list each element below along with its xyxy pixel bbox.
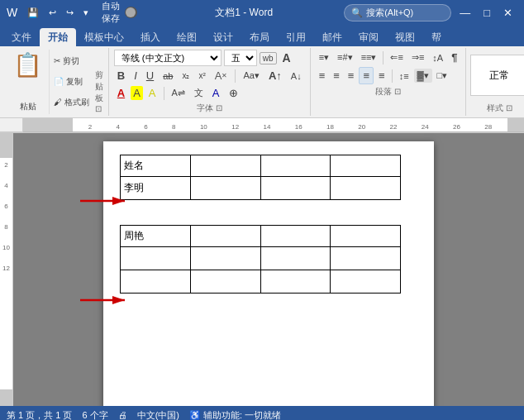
undo-btn[interactable]: ↩ [45,6,60,20]
maximize-btn[interactable]: □ [479,7,495,19]
font-row3: A A A A⇌ 文 A ⊕ [114,85,305,101]
table1: 姓名 李明 [120,155,401,200]
paste-button[interactable]: 📋 [10,51,45,79]
ruler-content: 246810121416182022242628 [23,118,524,131]
more-btn[interactable]: ▾ [80,6,92,20]
app-icon: W [7,6,17,19]
tab-help[interactable]: 帮 [423,28,450,46]
numbered-list-btn[interactable]: ≡#▾ [334,50,356,64]
font-color-btn[interactable]: A [114,85,128,101]
divider4 [392,69,393,83]
tab-view[interactable]: 视图 [387,28,423,46]
normal-style: 正常 [489,69,509,83]
cut-button[interactable]: ✂ 剪切 [51,55,92,68]
new-btn[interactable]: 💾 [24,6,42,20]
align-right-btn[interactable]: ≡ [345,68,358,84]
tab-mailings[interactable]: 邮件 [314,28,350,46]
accessibility: ♿ 辅助功能: 一切就绪 [189,409,281,421]
format-clear-btn[interactable]: A✕ [212,68,231,84]
paste-label: 粘贴 [20,101,36,112]
title-bar-right: 🔍 搜索(Alt+Q) — □ ✕ [344,4,517,21]
vruler-active: 24681012 [0,158,12,389]
shading-btn[interactable]: A [145,85,160,101]
strikethrough-button[interactable]: ab [160,69,176,83]
styles-group: 正常 样式 ⊡ [466,48,524,116]
tab-references[interactable]: 引用 [278,28,314,46]
table-spacer [120,213,417,225]
ruler-inactive-right [507,118,524,131]
phonetic-btn[interactable]: 文 [191,85,207,101]
ruler-marks: 246810121416182022242628 [73,123,507,131]
styles-gallery[interactable]: 正常 [470,55,524,96]
tab-layout[interactable]: 布局 [241,28,278,46]
bullet-list-btn[interactable]: ≡▾ [316,50,332,64]
redo-btn[interactable]: ↪ [63,6,77,20]
table-cell: 姓名 [121,155,191,177]
distributed-btn[interactable]: ≡ [375,68,388,84]
show-hide-btn[interactable]: ¶ [448,50,460,65]
shading-para-btn[interactable]: ▓▾ [414,69,432,83]
case-btn[interactable]: Aa▾ [240,69,262,83]
tab-file[interactable]: 文件 [3,28,40,46]
tab-insert[interactable]: 插入 [132,28,169,46]
justify-btn[interactable]: ≡ [359,67,374,84]
page-scroll-area[interactable]: 姓名 李明 [13,133,524,406]
search-box[interactable]: 🔍 搜索(Alt+Q) [344,4,451,21]
tab-home[interactable]: 开始 [40,28,76,46]
tab-design[interactable]: 设计 [205,28,241,46]
tab-review[interactable]: 审阅 [350,28,387,46]
bold-button[interactable]: B [114,68,128,84]
divider3 [383,51,383,64]
autosave-toggle[interactable] [125,7,137,18]
title-bar: W 💾 ↩ ↪ ▾ 自动保存 文档1 - Word 🔍 搜索(Alt+Q) — … [0,0,524,25]
clear-format-btn[interactable]: A [279,50,294,66]
borders-btn[interactable]: □▾ [434,69,451,83]
table-cell [260,247,331,270]
char-spacing-btn[interactable]: A⇌ [169,86,188,100]
table2: 周艳 [120,225,401,294]
tab-template[interactable]: 模板中心 [76,28,132,46]
font-smaller-btn[interactable]: A↓ [288,69,305,83]
autosave-label: 自动保存 [102,0,121,25]
underline-button[interactable]: U [143,68,157,84]
ruler-row: 246810121416182022242628 [0,118,524,133]
copy-button[interactable]: 📄 复制 [51,75,92,88]
table-cell [331,226,401,247]
font-row1: 等线 (中文正文) 五号 wb A [114,50,305,66]
close-btn[interactable]: ✕ [498,7,517,19]
font-family-selector[interactable]: 等线 (中文正文) [114,50,222,66]
encircle-btn[interactable]: ⊕ [226,85,241,101]
align-center-btn[interactable]: ≡ [330,68,343,84]
decrease-indent-btn[interactable]: ⇐≡ [387,50,406,64]
font-size-selector[interactable]: 五号 [224,50,257,66]
line-spacing-btn[interactable]: ↕≡ [396,69,412,83]
font-group: 等线 (中文正文) 五号 wb A B I U ab x₂ x² A✕ Aa▾ … [109,48,311,116]
table-row: 姓名 [121,155,401,177]
table-row: 周艳 [121,226,401,247]
superscript-button[interactable]: x² [195,69,208,82]
web-layout-btn[interactable]: wb [260,52,277,64]
para-row2: ≡ ≡ ≡ ≡ ≡ ↕≡ ▓▾ □▾ [316,67,461,84]
tab-draw[interactable]: 绘图 [169,28,205,46]
font-row2: B I U ab x₂ x² A✕ Aa▾ A↑ A↓ [114,68,305,84]
minimize-btn[interactable]: — [455,7,475,19]
paste-section: 📋 粘贴 [7,50,49,114]
paragraph-group: ≡▾ ≡#▾ ≡≡▾ ⇐≡ ⇒≡ ↕A ¶ ≡ ≡ ≡ ≡ ≡ ↕≡ ▓▾ □▾… [311,48,467,116]
sort-btn[interactable]: ↕A [429,51,446,64]
table-cell [190,270,260,294]
tab-bar: 文件 开始 模板中心 插入 绘图 设计 布局 引用 邮件 审阅 视图 帮 [0,25,524,46]
highlight-btn[interactable]: A [131,86,143,100]
proof-icon: 🖨 [118,410,127,420]
text-effects-btn[interactable]: A [209,85,223,101]
italic-button[interactable]: I [131,68,141,84]
font-larger-btn[interactable]: A↑ [265,68,285,84]
table-cell [331,155,401,177]
ribbon: 📋 粘贴 ✂ 剪切 📄 复制 🖌 格式刷 剪贴板 ⊡ 等线 (中文正文) 五号 … [0,46,524,118]
format-painter-button[interactable]: 🖌 格式刷 [51,96,92,109]
subscript-button[interactable]: x₂ [179,69,193,82]
multilevel-list-btn[interactable]: ≡≡▾ [358,50,380,64]
font-group-label: 字体 ⊡ [114,103,305,114]
increase-indent-btn[interactable]: ⇒≡ [408,50,427,64]
vruler-inactive-top [0,133,12,158]
align-left-btn[interactable]: ≡ [316,68,329,84]
